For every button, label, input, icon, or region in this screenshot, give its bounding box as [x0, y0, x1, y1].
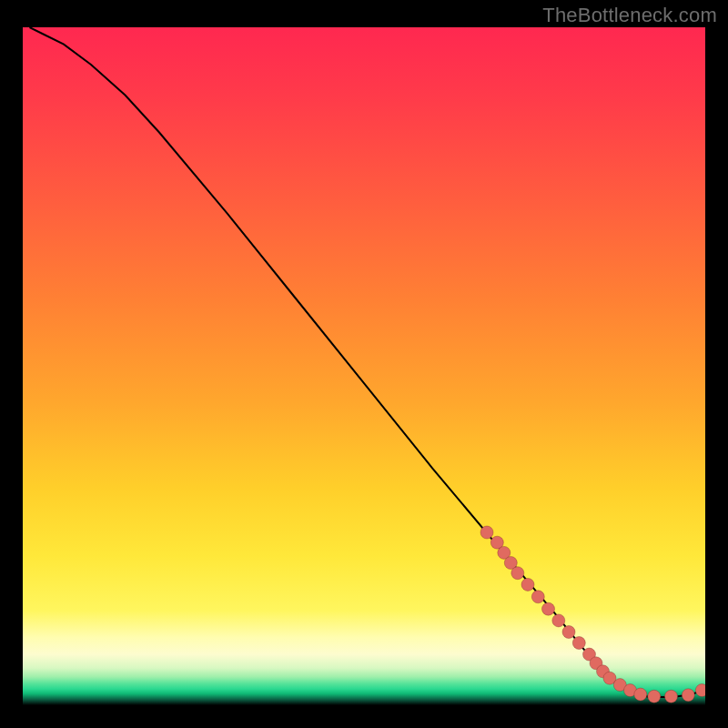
- highlight-dot: [695, 684, 705, 697]
- highlight-dot: [552, 614, 565, 627]
- highlight-dots-group: [480, 526, 705, 703]
- highlight-dot: [562, 626, 575, 639]
- highlight-dot: [572, 637, 585, 650]
- watermark-text: TheBottleneck.com: [542, 4, 717, 27]
- highlight-dot: [634, 688, 647, 701]
- curve-line-group: [30, 27, 703, 697]
- highlight-dot: [665, 690, 678, 703]
- chart-svg: [23, 27, 705, 705]
- plot-area: [23, 27, 705, 705]
- bottleneck-curve: [30, 27, 703, 697]
- highlight-dot: [521, 578, 534, 591]
- chart-stage: TheBottleneck.com: [0, 0, 728, 728]
- highlight-dot: [480, 526, 493, 539]
- highlight-dot: [511, 567, 524, 580]
- highlight-dot: [531, 591, 544, 603]
- highlight-dot: [648, 690, 661, 703]
- highlight-dot: [682, 689, 694, 702]
- highlight-dot: [542, 602, 555, 615]
